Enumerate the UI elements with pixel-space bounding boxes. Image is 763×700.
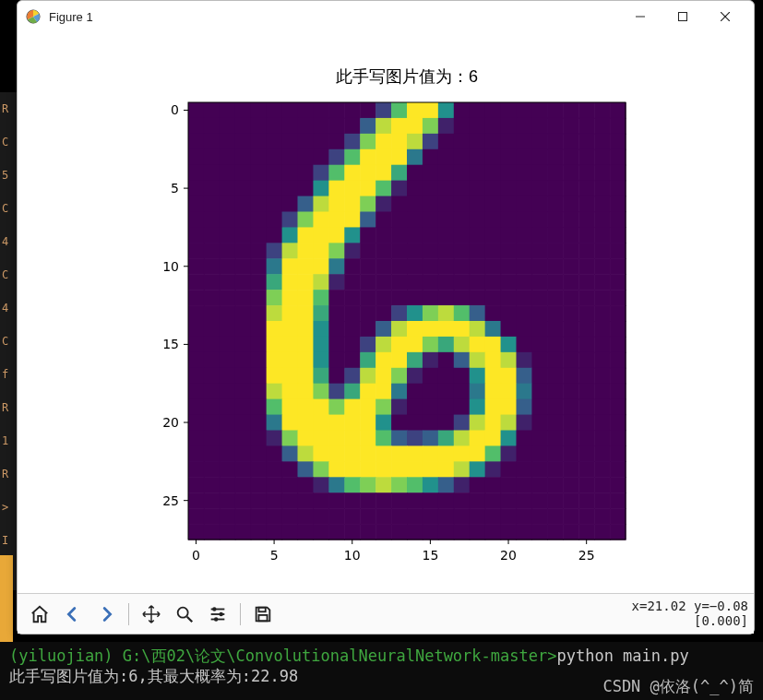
svg-rect-464 <box>344 352 361 369</box>
svg-rect-443 <box>454 337 471 353</box>
svg-rect-665 <box>423 461 439 478</box>
svg-rect-193 <box>485 196 502 213</box>
svg-rect-605 <box>360 431 376 447</box>
pan-button[interactable] <box>137 599 166 629</box>
svg-rect-544 <box>282 399 299 416</box>
svg-rect-437 <box>360 337 376 353</box>
window-title: Figure 1 <box>49 10 93 24</box>
save-button[interactable] <box>248 599 278 629</box>
svg-rect-652 <box>220 461 236 478</box>
svg-rect-410 <box>376 321 392 338</box>
svg-rect-732 <box>594 492 611 509</box>
svg-rect-610 <box>438 431 455 447</box>
svg-rect-128 <box>344 165 361 182</box>
svg-rect-658 <box>313 461 329 478</box>
svg-rect-230 <box>188 227 205 243</box>
svg-rect-629 <box>298 445 315 462</box>
svg-rect-142 <box>563 165 579 182</box>
svg-rect-98 <box>313 149 329 166</box>
svg-rect-118 <box>188 165 205 182</box>
svg-rect-136 <box>470 165 486 182</box>
svg-rect-285 <box>610 243 626 259</box>
svg-rect-755 <box>517 508 533 525</box>
svg-rect-72 <box>344 134 361 150</box>
svg-rect-471 <box>454 352 471 369</box>
svg-rect-731 <box>578 492 595 509</box>
svg-rect-38 <box>251 118 268 135</box>
zoom-button[interactable] <box>170 599 199 629</box>
svg-rect-28 <box>531 102 548 119</box>
svg-rect-132 <box>407 165 423 182</box>
svg-rect-693 <box>423 477 439 493</box>
svg-rect-17 <box>360 102 376 119</box>
svg-rect-671 <box>517 461 533 478</box>
svg-rect-776 <box>407 524 423 540</box>
configure-subplots-button[interactable] <box>203 599 232 629</box>
maximize-button[interactable] <box>662 3 704 30</box>
svg-rect-40 <box>282 118 299 135</box>
svg-rect-493 <box>360 368 376 385</box>
svg-rect-7 <box>204 102 221 119</box>
minimize-button[interactable] <box>619 3 662 30</box>
svg-rect-482 <box>188 368 205 385</box>
svg-rect-57 <box>547 118 564 135</box>
home-button[interactable] <box>25 599 54 629</box>
svg-rect-514 <box>251 384 268 400</box>
svg-rect-335 <box>517 274 533 291</box>
svg-rect-744 <box>344 508 361 525</box>
svg-rect-236 <box>282 227 299 243</box>
svg-rect-738 <box>251 508 268 525</box>
svg-rect-292 <box>282 258 299 275</box>
svg-rect-19 <box>391 102 408 119</box>
back-button[interactable] <box>58 599 88 629</box>
svg-rect-162 <box>438 181 455 197</box>
close-button[interactable] <box>704 3 746 30</box>
svg-rect-200 <box>594 196 611 213</box>
svg-rect-50 <box>438 118 455 135</box>
svg-rect-608 <box>407 431 423 447</box>
svg-rect-419 <box>517 321 533 338</box>
svg-rect-26 <box>501 102 518 119</box>
svg-rect-51 <box>454 118 471 135</box>
svg-rect-182 <box>313 196 329 213</box>
svg-rect-352 <box>344 290 361 306</box>
figure-canvas[interactable]: 此手写图片值为：600551010151520202525 <box>18 32 754 593</box>
svg-rect-109 <box>485 149 502 166</box>
svg-rect-601 <box>298 431 315 447</box>
title-bar[interactable]: Figure 1 <box>18 1 754 32</box>
svg-rect-78 <box>438 134 455 150</box>
svg-rect-273 <box>423 243 439 259</box>
svg-rect-166 <box>501 181 518 197</box>
forward-button[interactable] <box>91 599 121 629</box>
svg-rect-388 <box>470 305 486 322</box>
svg-rect-124 <box>282 165 299 182</box>
svg-rect-277 <box>485 243 502 259</box>
background-editor-stripe: R C 5 C 4 C 4 C f R 1 R > I S <box>0 92 17 590</box>
svg-rect-463 <box>328 352 345 369</box>
svg-rect-184 <box>344 196 361 213</box>
svg-rect-763 <box>204 524 221 540</box>
svg-rect-645 <box>547 445 564 462</box>
svg-rect-423 <box>578 321 595 338</box>
svg-rect-402 <box>251 321 268 338</box>
svg-rect-250 <box>501 227 518 243</box>
svg-rect-773 <box>360 524 376 540</box>
svg-rect-394 <box>563 305 579 322</box>
svg-rect-94 <box>251 149 268 166</box>
svg-rect-55 <box>517 118 533 135</box>
svg-rect-64 <box>220 134 236 150</box>
svg-rect-509 <box>610 368 626 385</box>
svg-rect-43 <box>328 118 345 135</box>
svg-rect-371 <box>204 305 221 322</box>
svg-rect-431 <box>267 337 283 353</box>
svg-rect-397 <box>610 305 626 322</box>
terminal-panel[interactable]: (yiluojian) G:\西02\论文\ConvolutionalNeura… <box>0 642 763 700</box>
svg-rect-54 <box>501 118 518 135</box>
matplotlib-toolbar: x=21.02 y=−0.08 [0.000] <box>18 593 754 634</box>
svg-rect-256 <box>594 227 611 243</box>
svg-rect-777 <box>423 524 439 540</box>
svg-rect-45 <box>360 118 376 135</box>
svg-rect-533 <box>547 384 564 400</box>
svg-rect-280 <box>531 243 548 259</box>
svg-rect-369 <box>610 290 626 306</box>
